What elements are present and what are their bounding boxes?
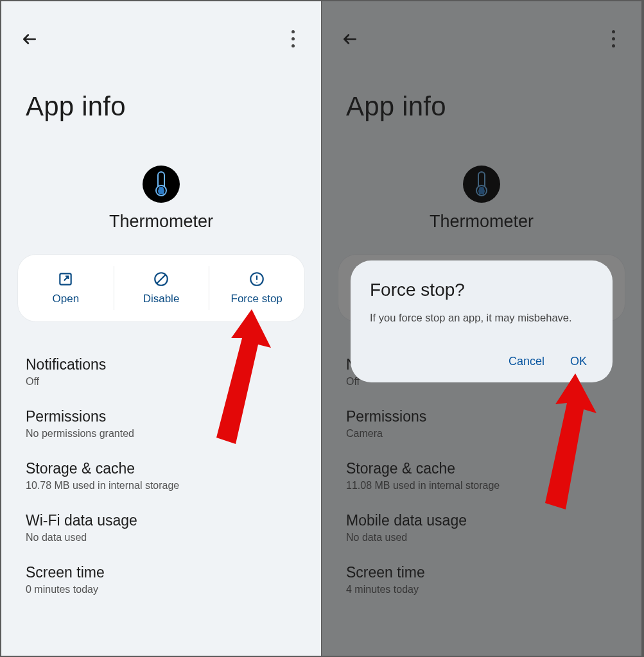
setting-sub: No data used — [26, 532, 297, 543]
dialog-title: Force stop? — [370, 280, 593, 300]
open-button[interactable]: Open — [18, 255, 114, 321]
setting-sub: No permissions granted — [26, 428, 297, 439]
notifications-item[interactable]: Notifications Off — [26, 347, 297, 399]
setting-title: Notifications — [26, 356, 297, 373]
storage-item[interactable]: Storage & cache 10.78 MB used in interna… — [26, 451, 297, 503]
setting-title: Screen time — [26, 564, 297, 581]
cancel-button[interactable]: Cancel — [509, 355, 544, 368]
setting-title: Permissions — [26, 408, 297, 425]
ok-button[interactable]: OK — [570, 355, 587, 368]
app-header: Thermometer — [1, 166, 321, 232]
open-label: Open — [53, 293, 80, 305]
setting-title: Storage & cache — [26, 460, 297, 477]
settings-list: Notifications Off Permissions No permiss… — [1, 347, 321, 607]
modal-scrim[interactable]: Force stop? If you force stop an app, it… — [322, 1, 641, 656]
setting-sub: Off — [26, 376, 297, 388]
back-button[interactable] — [17, 26, 42, 52]
alert-circle-icon — [248, 271, 265, 287]
page-title: App info — [1, 56, 321, 122]
force-stop-button[interactable]: Force stop — [209, 255, 304, 321]
app-name: Thermometer — [109, 212, 213, 232]
action-buttons-row: Open Disable Force stop — [18, 255, 304, 321]
dialog-actions: Cancel OK — [370, 355, 593, 368]
arrow-left-icon — [21, 31, 38, 47]
wifi-data-item[interactable]: Wi-Fi data usage No data used — [26, 503, 297, 555]
setting-sub: 0 minutes today — [26, 584, 297, 595]
dialog-message: If you force stop an app, it may misbeha… — [370, 312, 593, 324]
screen-time-item[interactable]: Screen time 0 minutes today — [26, 555, 297, 607]
disable-icon — [153, 271, 170, 287]
screenshot-right: App info Thermometer Open Disable F — [322, 1, 641, 656]
screenshot-left: App info Thermometer Open Disable F — [1, 1, 321, 656]
setting-title: Wi-Fi data usage — [26, 512, 297, 529]
permissions-item[interactable]: Permissions No permissions granted — [26, 399, 297, 451]
disable-label: Disable — [143, 293, 180, 305]
overflow-menu-button[interactable] — [280, 26, 306, 52]
setting-sub: 10.78 MB used in internal storage — [26, 480, 297, 491]
disable-button[interactable]: Disable — [114, 255, 209, 321]
force-stop-label: Force stop — [231, 293, 283, 305]
app-icon — [143, 166, 180, 203]
open-in-new-icon — [57, 271, 74, 287]
kebab-icon — [292, 28, 295, 49]
top-bar — [1, 1, 321, 56]
force-stop-dialog: Force stop? If you force stop an app, it… — [351, 260, 613, 382]
